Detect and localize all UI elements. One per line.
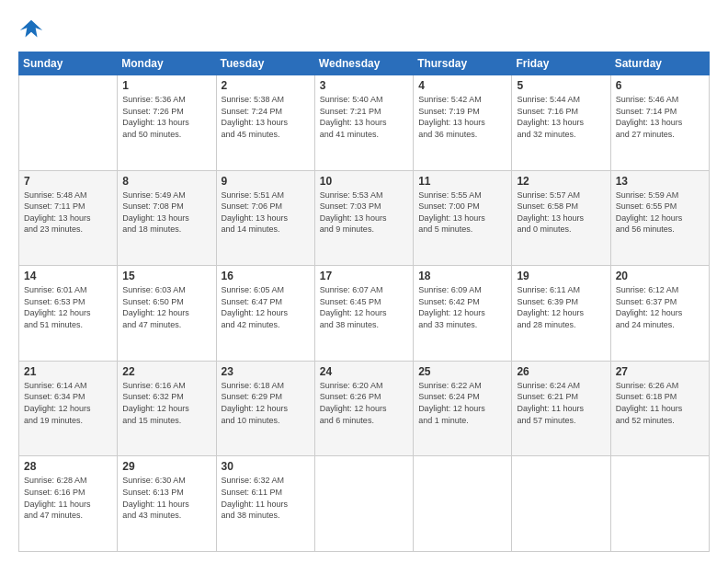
cell-info: Sunrise: 5:40 AM Sunset: 7:21 PM Dayligh… [320, 94, 408, 140]
day-number: 20 [616, 270, 704, 282]
day-number: 3 [320, 79, 408, 92]
day-number: 25 [418, 365, 506, 378]
logo [18, 17, 48, 42]
cell-info: Sunrise: 5:38 AM Sunset: 7:24 PM Dayligh… [222, 94, 310, 140]
day-number: 14 [24, 270, 112, 282]
week-row-5: 28Sunrise: 6:28 AM Sunset: 6:16 PM Dayli… [19, 456, 710, 552]
day-number: 19 [517, 270, 605, 282]
calendar-cell: 8Sunrise: 5:49 AM Sunset: 7:08 PM Daylig… [118, 170, 216, 266]
calendar-cell: 9Sunrise: 5:51 AM Sunset: 7:06 PM Daylig… [216, 170, 314, 266]
day-number: 10 [320, 175, 408, 188]
cell-info: Sunrise: 5:48 AM Sunset: 7:11 PM Dayligh… [24, 190, 112, 236]
weekday-header-thursday: Thursday [414, 52, 512, 75]
day-number: 11 [418, 175, 506, 188]
day-number: 22 [122, 365, 210, 378]
calendar-cell: 10Sunrise: 5:53 AM Sunset: 7:03 PM Dayli… [314, 170, 413, 266]
day-number: 21 [24, 365, 112, 378]
calendar-cell: 22Sunrise: 6:16 AM Sunset: 6:32 PM Dayli… [118, 361, 216, 456]
weekday-header-row: SundayMondayTuesdayWednesdayThursdayFrid… [19, 52, 710, 75]
cell-info: Sunrise: 5:49 AM Sunset: 7:08 PM Dayligh… [122, 190, 210, 236]
cell-info: Sunrise: 6:32 AM Sunset: 6:11 PM Dayligh… [222, 475, 310, 521]
day-number: 6 [616, 79, 704, 92]
week-row-3: 14Sunrise: 6:01 AM Sunset: 6:53 PM Dayli… [19, 266, 710, 362]
calendar-cell: 28Sunrise: 6:28 AM Sunset: 6:16 PM Dayli… [19, 456, 118, 552]
cell-info: Sunrise: 6:26 AM Sunset: 6:18 PM Dayligh… [616, 380, 704, 426]
cell-info: Sunrise: 6:20 AM Sunset: 6:26 PM Dayligh… [320, 380, 408, 426]
cell-info: Sunrise: 6:24 AM Sunset: 6:21 PM Dayligh… [517, 380, 605, 426]
calendar-cell [19, 75, 118, 171]
day-number: 7 [24, 175, 112, 188]
cell-info: Sunrise: 6:22 AM Sunset: 6:24 PM Dayligh… [418, 380, 506, 426]
day-number: 26 [517, 365, 605, 378]
day-number: 30 [222, 460, 310, 473]
calendar-cell [512, 456, 610, 552]
day-number: 2 [222, 79, 310, 92]
day-number: 18 [418, 270, 506, 282]
calendar-cell: 14Sunrise: 6:01 AM Sunset: 6:53 PM Dayli… [19, 266, 118, 362]
calendar-cell: 18Sunrise: 6:09 AM Sunset: 6:42 PM Dayli… [414, 266, 512, 362]
calendar-cell: 27Sunrise: 6:26 AM Sunset: 6:18 PM Dayli… [610, 361, 709, 456]
cell-info: Sunrise: 6:16 AM Sunset: 6:32 PM Dayligh… [122, 380, 210, 426]
weekday-header-monday: Monday [118, 52, 216, 75]
day-number: 27 [616, 365, 704, 378]
cell-info: Sunrise: 5:57 AM Sunset: 6:58 PM Dayligh… [517, 190, 605, 236]
calendar-cell: 1Sunrise: 5:36 AM Sunset: 7:26 PM Daylig… [118, 75, 216, 171]
day-number: 9 [222, 175, 310, 188]
cell-info: Sunrise: 5:53 AM Sunset: 7:03 PM Dayligh… [320, 190, 408, 236]
calendar-cell [314, 456, 413, 552]
calendar-cell: 17Sunrise: 6:07 AM Sunset: 6:45 PM Dayli… [314, 266, 413, 362]
cell-info: Sunrise: 5:46 AM Sunset: 7:14 PM Dayligh… [616, 94, 704, 140]
day-number: 24 [320, 365, 408, 378]
calendar-cell: 30Sunrise: 6:32 AM Sunset: 6:11 PM Dayli… [216, 456, 314, 552]
calendar-cell: 4Sunrise: 5:42 AM Sunset: 7:19 PM Daylig… [414, 75, 512, 171]
calendar-cell: 24Sunrise: 6:20 AM Sunset: 6:26 PM Dayli… [314, 361, 413, 456]
weekday-header-sunday: Sunday [19, 52, 118, 75]
cell-info: Sunrise: 6:18 AM Sunset: 6:29 PM Dayligh… [222, 380, 310, 426]
cell-info: Sunrise: 6:05 AM Sunset: 6:47 PM Dayligh… [222, 284, 310, 330]
cell-info: Sunrise: 5:51 AM Sunset: 7:06 PM Dayligh… [222, 190, 310, 236]
cell-info: Sunrise: 6:28 AM Sunset: 6:16 PM Dayligh… [24, 475, 112, 521]
cell-info: Sunrise: 6:07 AM Sunset: 6:45 PM Dayligh… [320, 284, 408, 330]
calendar-cell: 5Sunrise: 5:44 AM Sunset: 7:16 PM Daylig… [512, 75, 610, 171]
calendar-cell: 19Sunrise: 6:11 AM Sunset: 6:39 PM Dayli… [512, 266, 610, 362]
calendar-cell: 12Sunrise: 5:57 AM Sunset: 6:58 PM Dayli… [512, 170, 610, 266]
calendar-cell: 7Sunrise: 5:48 AM Sunset: 7:11 PM Daylig… [19, 170, 118, 266]
calendar-cell: 15Sunrise: 6:03 AM Sunset: 6:50 PM Dayli… [118, 266, 216, 362]
header [18, 17, 710, 42]
cell-info: Sunrise: 6:30 AM Sunset: 6:13 PM Dayligh… [122, 475, 210, 521]
cell-info: Sunrise: 6:09 AM Sunset: 6:42 PM Dayligh… [418, 284, 506, 330]
calendar-cell: 11Sunrise: 5:55 AM Sunset: 7:00 PM Dayli… [414, 170, 512, 266]
cell-info: Sunrise: 6:14 AM Sunset: 6:34 PM Dayligh… [24, 380, 112, 426]
calendar-table: SundayMondayTuesdayWednesdayThursdayFrid… [18, 52, 710, 552]
calendar-cell: 29Sunrise: 6:30 AM Sunset: 6:13 PM Dayli… [118, 456, 216, 552]
calendar-cell: 3Sunrise: 5:40 AM Sunset: 7:21 PM Daylig… [314, 75, 413, 171]
calendar-cell: 23Sunrise: 6:18 AM Sunset: 6:29 PM Dayli… [216, 361, 314, 456]
calendar-cell: 25Sunrise: 6:22 AM Sunset: 6:24 PM Dayli… [414, 361, 512, 456]
calendar-cell: 2Sunrise: 5:38 AM Sunset: 7:24 PM Daylig… [216, 75, 314, 171]
cell-info: Sunrise: 6:01 AM Sunset: 6:53 PM Dayligh… [24, 284, 112, 330]
cell-info: Sunrise: 5:59 AM Sunset: 6:55 PM Dayligh… [616, 190, 704, 236]
calendar-cell: 20Sunrise: 6:12 AM Sunset: 6:37 PM Dayli… [610, 266, 709, 362]
weekday-header-tuesday: Tuesday [216, 52, 314, 75]
week-row-4: 21Sunrise: 6:14 AM Sunset: 6:34 PM Dayli… [19, 361, 710, 456]
day-number: 13 [616, 175, 704, 188]
svg-marker-0 [20, 20, 42, 38]
calendar-cell [610, 456, 709, 552]
day-number: 8 [122, 175, 210, 188]
day-number: 15 [122, 270, 210, 282]
calendar-cell: 6Sunrise: 5:46 AM Sunset: 7:14 PM Daylig… [610, 75, 709, 171]
cell-info: Sunrise: 6:12 AM Sunset: 6:37 PM Dayligh… [616, 284, 704, 330]
day-number: 23 [222, 365, 310, 378]
cell-info: Sunrise: 6:11 AM Sunset: 6:39 PM Dayligh… [517, 284, 605, 330]
cell-info: Sunrise: 5:55 AM Sunset: 7:00 PM Dayligh… [418, 190, 506, 236]
calendar-cell: 21Sunrise: 6:14 AM Sunset: 6:34 PM Dayli… [19, 361, 118, 456]
week-row-1: 1Sunrise: 5:36 AM Sunset: 7:26 PM Daylig… [19, 75, 710, 171]
week-row-2: 7Sunrise: 5:48 AM Sunset: 7:11 PM Daylig… [19, 170, 710, 266]
day-number: 12 [517, 175, 605, 188]
weekday-header-wednesday: Wednesday [314, 52, 413, 75]
weekday-header-saturday: Saturday [610, 52, 709, 75]
day-number: 5 [517, 79, 605, 92]
logo-icon [18, 17, 44, 42]
day-number: 17 [320, 270, 408, 282]
cell-info: Sunrise: 5:42 AM Sunset: 7:19 PM Dayligh… [418, 94, 506, 140]
